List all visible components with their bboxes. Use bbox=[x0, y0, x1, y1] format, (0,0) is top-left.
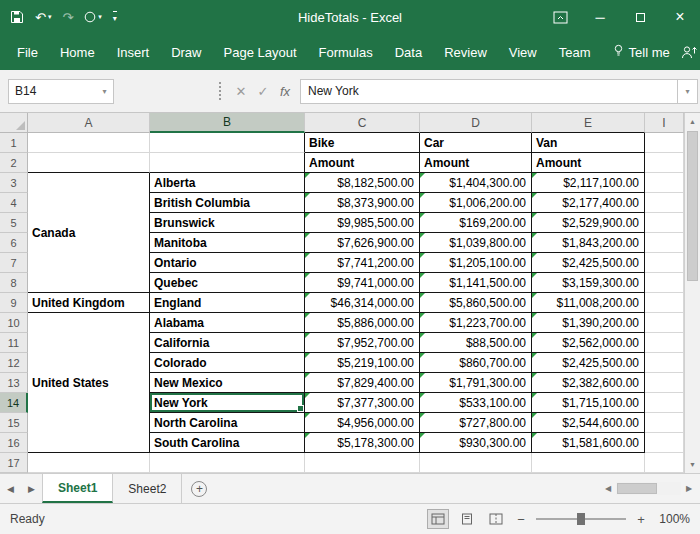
cell-E16[interactable]: $1,581,600.00 bbox=[532, 433, 645, 453]
new-sheet-button[interactable]: + bbox=[182, 474, 216, 503]
column-header-A[interactable]: A bbox=[28, 113, 150, 133]
cell-D3[interactable]: $1,404,300.00 bbox=[420, 173, 532, 193]
cell-I10[interactable] bbox=[645, 313, 684, 333]
enter-button[interactable]: ✓ bbox=[252, 79, 274, 104]
cell-B9[interactable]: England bbox=[150, 293, 305, 313]
cell-A3[interactable]: Canada bbox=[28, 173, 150, 293]
cell-D2[interactable]: Amount bbox=[420, 153, 532, 173]
cell-I1[interactable] bbox=[645, 133, 684, 153]
cell-E15[interactable]: $2,544,600.00 bbox=[532, 413, 645, 433]
vertical-scrollbar[interactable]: ▲ ▼ bbox=[684, 113, 700, 473]
minimize-button[interactable]: ─ bbox=[580, 0, 620, 34]
formula-bar-splitter[interactable] bbox=[219, 82, 221, 100]
cell-D15[interactable]: $727,800.00 bbox=[420, 413, 532, 433]
cell-E3[interactable]: $2,117,100.00 bbox=[532, 173, 645, 193]
cell-D8[interactable]: $1,141,500.00 bbox=[420, 273, 532, 293]
select-all-button[interactable] bbox=[0, 113, 28, 133]
cell-B2[interactable] bbox=[150, 153, 305, 173]
horizontal-scrollbar-thumb[interactable] bbox=[617, 483, 657, 494]
cell-D16[interactable]: $930,300.00 bbox=[420, 433, 532, 453]
cell-D7[interactable]: $1,205,100.00 bbox=[420, 253, 532, 273]
cell-B10[interactable]: Alabama bbox=[150, 313, 305, 333]
ribbon-tab-formulas[interactable]: Formulas bbox=[308, 34, 384, 70]
row-header-9[interactable]: 9 bbox=[0, 293, 28, 313]
cell-B4[interactable]: British Columbia bbox=[150, 193, 305, 213]
touch-mode-button[interactable]: ▾ bbox=[84, 11, 102, 23]
cell-C16[interactable]: $5,178,300.00 bbox=[305, 433, 420, 453]
cell-D13[interactable]: $1,791,300.00 bbox=[420, 373, 532, 393]
cell-C1[interactable]: Bike bbox=[305, 133, 420, 153]
row-header-3[interactable]: 3 bbox=[0, 173, 28, 193]
cell-I15[interactable] bbox=[645, 413, 684, 433]
cell-I5[interactable] bbox=[645, 213, 684, 233]
ribbon-tab-view[interactable]: View bbox=[498, 34, 548, 70]
page-break-preview-button[interactable] bbox=[486, 510, 506, 528]
redo-button[interactable]: ↷ bbox=[62, 10, 73, 25]
cell-E10[interactable]: $1,390,200.00 bbox=[532, 313, 645, 333]
scroll-down-icon[interactable]: ▼ bbox=[685, 456, 700, 473]
vertical-scrollbar-thumb[interactable] bbox=[687, 131, 698, 281]
scroll-right-icon[interactable]: ▶ bbox=[681, 484, 697, 493]
insert-function-button[interactable]: fx bbox=[274, 79, 296, 104]
cell-C7[interactable]: $7,741,200.00 bbox=[305, 253, 420, 273]
cell-E9[interactable]: $11,008,200.00 bbox=[532, 293, 645, 313]
cell-B3[interactable]: Alberta bbox=[150, 173, 305, 193]
column-header-I[interactable]: I bbox=[645, 113, 684, 133]
row-header-2[interactable]: 2 bbox=[0, 153, 28, 173]
cell-I16[interactable] bbox=[645, 433, 684, 453]
cancel-button[interactable]: ✕ bbox=[230, 79, 252, 104]
cell-C12[interactable]: $5,219,100.00 bbox=[305, 353, 420, 373]
cell-E13[interactable]: $2,382,600.00 bbox=[532, 373, 645, 393]
restore-button[interactable] bbox=[620, 0, 660, 34]
cell-B15[interactable]: North Carolina bbox=[150, 413, 305, 433]
cell-D5[interactable]: $169,200.00 bbox=[420, 213, 532, 233]
cell-C17[interactable] bbox=[305, 453, 420, 473]
name-box-dropdown-icon[interactable]: ▾ bbox=[96, 79, 114, 104]
sheet-nav-left-icon[interactable]: ◀ bbox=[0, 474, 21, 503]
row-header-13[interactable]: 13 bbox=[0, 373, 28, 393]
cell-I11[interactable] bbox=[645, 333, 684, 353]
sheet-tab-sheet2[interactable]: Sheet2 bbox=[113, 474, 182, 503]
cell-I13[interactable] bbox=[645, 373, 684, 393]
cell-C13[interactable]: $7,829,400.00 bbox=[305, 373, 420, 393]
ribbon-tab-page-layout[interactable]: Page Layout bbox=[213, 34, 308, 70]
cell-A2[interactable] bbox=[28, 153, 150, 173]
cell-I8[interactable] bbox=[645, 273, 684, 293]
cell-B6[interactable]: Manitoba bbox=[150, 233, 305, 253]
cell-A10[interactable]: United States bbox=[28, 313, 150, 453]
horizontal-scrollbar-track[interactable] bbox=[616, 482, 681, 495]
ribbon-display-options-button[interactable] bbox=[540, 0, 580, 34]
row-header-14[interactable]: 14 bbox=[0, 393, 28, 413]
cell-C14[interactable]: $7,377,300.00 bbox=[305, 393, 420, 413]
ribbon-tab-tell-me[interactable]: Tell me bbox=[602, 34, 681, 70]
horizontal-scrollbar[interactable]: ◀ ▶ bbox=[600, 474, 700, 503]
cell-A1[interactable] bbox=[28, 133, 150, 153]
row-header-11[interactable]: 11 bbox=[0, 333, 28, 353]
zoom-out-button[interactable]: − bbox=[515, 512, 527, 527]
row-header-17[interactable]: 17 bbox=[0, 453, 28, 473]
save-button[interactable] bbox=[10, 10, 24, 24]
cell-I17[interactable] bbox=[645, 453, 684, 473]
formula-input[interactable]: New York bbox=[300, 79, 678, 104]
cell-E8[interactable]: $3,159,300.00 bbox=[532, 273, 645, 293]
undo-button[interactable]: ↶ ▾ bbox=[35, 10, 51, 25]
cell-C9[interactable]: $46,314,000.00 bbox=[305, 293, 420, 313]
cell-I2[interactable] bbox=[645, 153, 684, 173]
row-header-8[interactable]: 8 bbox=[0, 273, 28, 293]
cell-D14[interactable]: $533,100.00 bbox=[420, 393, 532, 413]
expand-formula-bar-icon[interactable]: ▾ bbox=[678, 79, 698, 104]
cell-E14[interactable]: $1,715,100.00 bbox=[532, 393, 645, 413]
cell-I6[interactable] bbox=[645, 233, 684, 253]
scroll-left-icon[interactable]: ◀ bbox=[600, 484, 616, 493]
ribbon-tab-insert[interactable]: Insert bbox=[106, 34, 161, 70]
cell-D4[interactable]: $1,006,200.00 bbox=[420, 193, 532, 213]
normal-view-button[interactable] bbox=[428, 510, 448, 528]
zoom-slider[interactable] bbox=[536, 518, 626, 520]
cell-I3[interactable] bbox=[645, 173, 684, 193]
cell-A17[interactable] bbox=[28, 453, 150, 473]
cell-E6[interactable]: $1,843,200.00 bbox=[532, 233, 645, 253]
sheet-tab-sheet1[interactable]: Sheet1 bbox=[42, 474, 113, 503]
close-button[interactable]: × bbox=[660, 0, 700, 34]
cell-I4[interactable] bbox=[645, 193, 684, 213]
cell-B13[interactable]: New Mexico bbox=[150, 373, 305, 393]
